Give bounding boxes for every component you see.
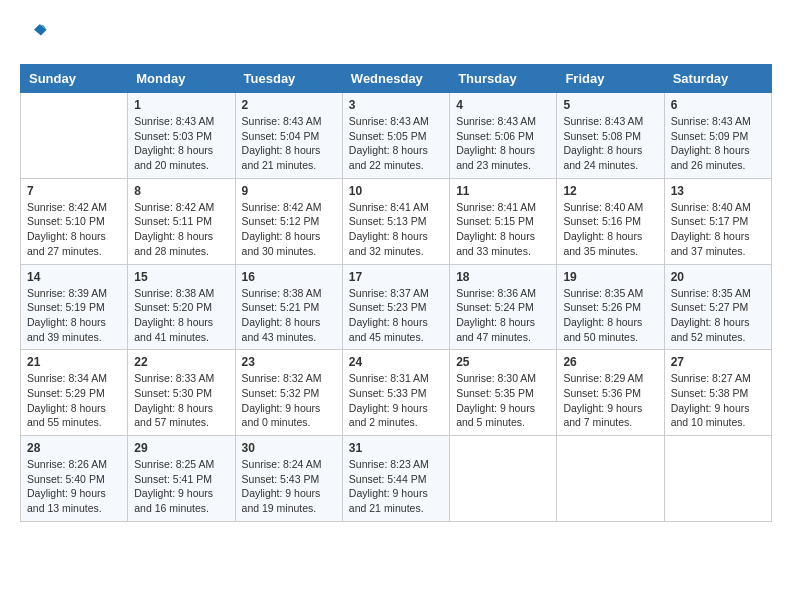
day-info: Sunrise: 8:25 AMSunset: 5:41 PMDaylight:… [134,457,228,516]
day-info: Sunrise: 8:40 AMSunset: 5:16 PMDaylight:… [563,200,657,259]
day-info: Sunrise: 8:43 AMSunset: 5:06 PMDaylight:… [456,114,550,173]
day-info: Sunrise: 8:29 AMSunset: 5:36 PMDaylight:… [563,371,657,430]
calendar-cell: 31Sunrise: 8:23 AMSunset: 5:44 PMDayligh… [342,436,449,522]
day-info: Sunrise: 8:42 AMSunset: 5:10 PMDaylight:… [27,200,121,259]
calendar-cell: 1Sunrise: 8:43 AMSunset: 5:03 PMDaylight… [128,93,235,179]
day-number: 28 [27,441,121,455]
day-number: 15 [134,270,228,284]
day-number: 31 [349,441,443,455]
calendar-cell: 12Sunrise: 8:40 AMSunset: 5:16 PMDayligh… [557,178,664,264]
day-number: 20 [671,270,765,284]
day-info: Sunrise: 8:42 AMSunset: 5:11 PMDaylight:… [134,200,228,259]
day-number: 10 [349,184,443,198]
weekday-header-monday: Monday [128,65,235,93]
calendar-cell: 15Sunrise: 8:38 AMSunset: 5:20 PMDayligh… [128,264,235,350]
day-info: Sunrise: 8:43 AMSunset: 5:08 PMDaylight:… [563,114,657,173]
day-number: 27 [671,355,765,369]
calendar-cell: 4Sunrise: 8:43 AMSunset: 5:06 PMDaylight… [450,93,557,179]
day-number: 3 [349,98,443,112]
day-number: 30 [242,441,336,455]
day-number: 2 [242,98,336,112]
day-number: 24 [349,355,443,369]
calendar-cell: 2Sunrise: 8:43 AMSunset: 5:04 PMDaylight… [235,93,342,179]
day-number: 16 [242,270,336,284]
day-number: 21 [27,355,121,369]
day-info: Sunrise: 8:41 AMSunset: 5:15 PMDaylight:… [456,200,550,259]
day-number: 5 [563,98,657,112]
day-number: 13 [671,184,765,198]
calendar-cell: 24Sunrise: 8:31 AMSunset: 5:33 PMDayligh… [342,350,449,436]
day-info: Sunrise: 8:37 AMSunset: 5:23 PMDaylight:… [349,286,443,345]
day-info: Sunrise: 8:43 AMSunset: 5:09 PMDaylight:… [671,114,765,173]
day-info: Sunrise: 8:32 AMSunset: 5:32 PMDaylight:… [242,371,336,430]
day-number: 18 [456,270,550,284]
day-info: Sunrise: 8:27 AMSunset: 5:38 PMDaylight:… [671,371,765,430]
day-info: Sunrise: 8:35 AMSunset: 5:26 PMDaylight:… [563,286,657,345]
day-info: Sunrise: 8:26 AMSunset: 5:40 PMDaylight:… [27,457,121,516]
calendar-cell: 7Sunrise: 8:42 AMSunset: 5:10 PMDaylight… [21,178,128,264]
day-info: Sunrise: 8:30 AMSunset: 5:35 PMDaylight:… [456,371,550,430]
day-info: Sunrise: 8:42 AMSunset: 5:12 PMDaylight:… [242,200,336,259]
day-number: 29 [134,441,228,455]
day-number: 9 [242,184,336,198]
day-number: 22 [134,355,228,369]
day-info: Sunrise: 8:31 AMSunset: 5:33 PMDaylight:… [349,371,443,430]
calendar-cell [557,436,664,522]
weekday-header-friday: Friday [557,65,664,93]
calendar-cell: 19Sunrise: 8:35 AMSunset: 5:26 PMDayligh… [557,264,664,350]
day-info: Sunrise: 8:43 AMSunset: 5:04 PMDaylight:… [242,114,336,173]
calendar-table: SundayMondayTuesdayWednesdayThursdayFrid… [20,64,772,522]
calendar-cell: 27Sunrise: 8:27 AMSunset: 5:38 PMDayligh… [664,350,771,436]
day-info: Sunrise: 8:34 AMSunset: 5:29 PMDaylight:… [27,371,121,430]
calendar-cell: 3Sunrise: 8:43 AMSunset: 5:05 PMDaylight… [342,93,449,179]
weekday-header-wednesday: Wednesday [342,65,449,93]
weekday-header-saturday: Saturday [664,65,771,93]
day-number: 14 [27,270,121,284]
calendar-cell: 17Sunrise: 8:37 AMSunset: 5:23 PMDayligh… [342,264,449,350]
svg-marker-0 [34,24,47,35]
day-info: Sunrise: 8:36 AMSunset: 5:24 PMDaylight:… [456,286,550,345]
day-info: Sunrise: 8:43 AMSunset: 5:05 PMDaylight:… [349,114,443,173]
day-info: Sunrise: 8:40 AMSunset: 5:17 PMDaylight:… [671,200,765,259]
calendar-cell: 23Sunrise: 8:32 AMSunset: 5:32 PMDayligh… [235,350,342,436]
weekday-header-sunday: Sunday [21,65,128,93]
day-info: Sunrise: 8:41 AMSunset: 5:13 PMDaylight:… [349,200,443,259]
day-info: Sunrise: 8:24 AMSunset: 5:43 PMDaylight:… [242,457,336,516]
calendar-cell [21,93,128,179]
day-number: 23 [242,355,336,369]
calendar-week-row: 7Sunrise: 8:42 AMSunset: 5:10 PMDaylight… [21,178,772,264]
calendar-cell: 14Sunrise: 8:39 AMSunset: 5:19 PMDayligh… [21,264,128,350]
logo-icon [20,20,48,48]
logo [20,20,52,48]
calendar-cell: 28Sunrise: 8:26 AMSunset: 5:40 PMDayligh… [21,436,128,522]
day-info: Sunrise: 8:33 AMSunset: 5:30 PMDaylight:… [134,371,228,430]
day-number: 19 [563,270,657,284]
day-number: 4 [456,98,550,112]
calendar-cell: 11Sunrise: 8:41 AMSunset: 5:15 PMDayligh… [450,178,557,264]
day-info: Sunrise: 8:43 AMSunset: 5:03 PMDaylight:… [134,114,228,173]
calendar-cell: 8Sunrise: 8:42 AMSunset: 5:11 PMDaylight… [128,178,235,264]
day-info: Sunrise: 8:23 AMSunset: 5:44 PMDaylight:… [349,457,443,516]
day-number: 1 [134,98,228,112]
calendar-cell: 10Sunrise: 8:41 AMSunset: 5:13 PMDayligh… [342,178,449,264]
calendar-cell: 29Sunrise: 8:25 AMSunset: 5:41 PMDayligh… [128,436,235,522]
day-info: Sunrise: 8:35 AMSunset: 5:27 PMDaylight:… [671,286,765,345]
weekday-header-thursday: Thursday [450,65,557,93]
calendar-cell: 9Sunrise: 8:42 AMSunset: 5:12 PMDaylight… [235,178,342,264]
calendar-cell: 22Sunrise: 8:33 AMSunset: 5:30 PMDayligh… [128,350,235,436]
calendar-week-row: 21Sunrise: 8:34 AMSunset: 5:29 PMDayligh… [21,350,772,436]
calendar-cell: 21Sunrise: 8:34 AMSunset: 5:29 PMDayligh… [21,350,128,436]
calendar-cell: 13Sunrise: 8:40 AMSunset: 5:17 PMDayligh… [664,178,771,264]
day-info: Sunrise: 8:39 AMSunset: 5:19 PMDaylight:… [27,286,121,345]
day-number: 26 [563,355,657,369]
day-number: 8 [134,184,228,198]
calendar-week-row: 14Sunrise: 8:39 AMSunset: 5:19 PMDayligh… [21,264,772,350]
day-number: 17 [349,270,443,284]
day-number: 25 [456,355,550,369]
weekday-header-tuesday: Tuesday [235,65,342,93]
day-info: Sunrise: 8:38 AMSunset: 5:21 PMDaylight:… [242,286,336,345]
day-number: 6 [671,98,765,112]
day-number: 7 [27,184,121,198]
day-info: Sunrise: 8:38 AMSunset: 5:20 PMDaylight:… [134,286,228,345]
calendar-cell: 25Sunrise: 8:30 AMSunset: 5:35 PMDayligh… [450,350,557,436]
